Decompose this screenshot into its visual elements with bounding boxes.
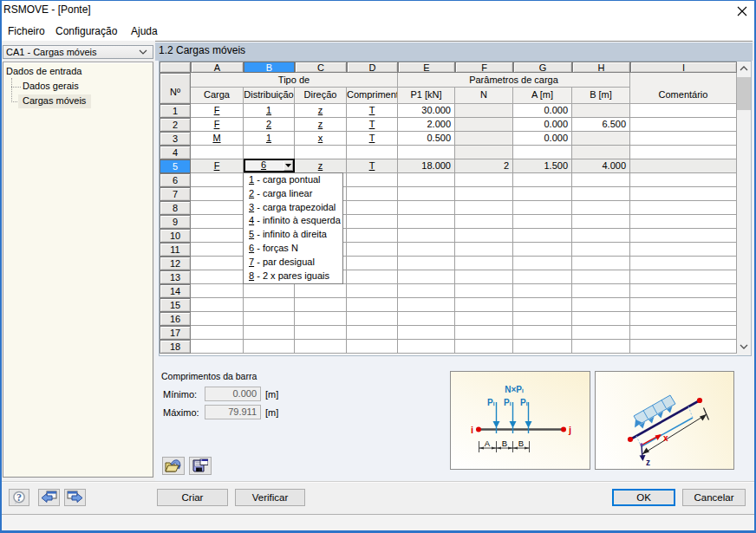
- svg-text:z: z: [646, 458, 650, 467]
- svg-text:i: i: [471, 425, 473, 435]
- svg-text:Pₗ: Pₗ: [520, 398, 528, 407]
- svg-text:?: ?: [16, 491, 22, 504]
- svg-text:x: x: [663, 433, 668, 443]
- svg-text:Pₗ: Pₗ: [504, 398, 512, 407]
- svg-text:Pₗ: Pₗ: [487, 398, 495, 407]
- svg-text:N×Pₗ: N×Pₗ: [505, 385, 524, 394]
- svg-text:B: B: [502, 439, 507, 448]
- svg-text:j: j: [568, 425, 571, 435]
- svg-text:A: A: [485, 439, 491, 448]
- svg-text:B: B: [518, 439, 524, 448]
